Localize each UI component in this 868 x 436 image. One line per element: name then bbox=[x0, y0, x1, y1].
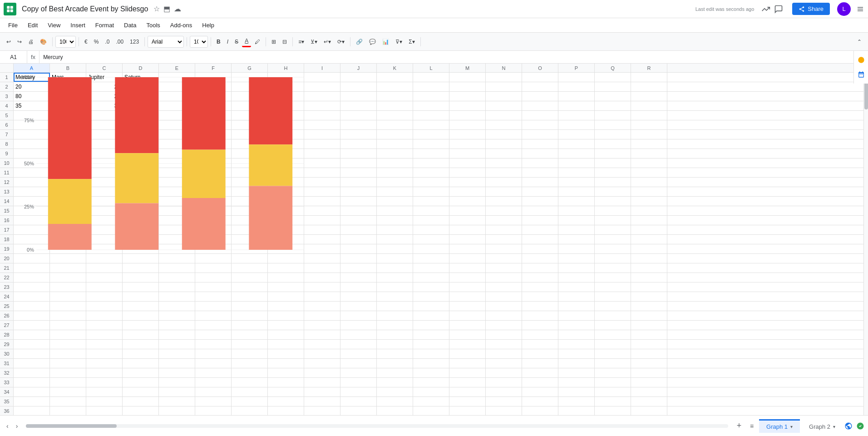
cell[interactable]: 35 bbox=[86, 101, 123, 110]
cell[interactable] bbox=[377, 273, 413, 282]
cell[interactable] bbox=[340, 225, 377, 234]
cell[interactable] bbox=[595, 273, 631, 282]
borders-button[interactable]: ⊞ bbox=[269, 37, 279, 47]
cell[interactable]: Mercury bbox=[14, 73, 50, 82]
cell[interactable] bbox=[304, 159, 340, 168]
cell[interactable] bbox=[340, 159, 377, 168]
cell[interactable] bbox=[14, 359, 50, 368]
cell[interactable] bbox=[14, 206, 50, 215]
cell[interactable] bbox=[50, 225, 86, 234]
menu-format[interactable]: Format bbox=[91, 20, 118, 30]
cell[interactable] bbox=[595, 101, 631, 110]
cell[interactable]: 20 bbox=[86, 92, 123, 101]
cell[interactable]: Mars bbox=[50, 73, 86, 82]
cell[interactable] bbox=[304, 397, 340, 406]
cell[interactable] bbox=[631, 130, 667, 139]
format-paint-button[interactable]: 🎨 bbox=[37, 37, 49, 47]
cell[interactable] bbox=[268, 178, 304, 187]
cell[interactable] bbox=[159, 292, 195, 301]
cell[interactable] bbox=[232, 359, 268, 368]
cell[interactable] bbox=[413, 368, 449, 377]
cell[interactable] bbox=[232, 311, 268, 320]
cell[interactable] bbox=[304, 273, 340, 282]
cell[interactable] bbox=[377, 73, 413, 82]
cell[interactable]: 35 bbox=[50, 101, 86, 110]
menu-insert[interactable]: Insert bbox=[66, 20, 90, 30]
cell[interactable] bbox=[232, 92, 268, 101]
cell[interactable] bbox=[449, 82, 486, 91]
cell[interactable] bbox=[631, 368, 667, 377]
cell[interactable] bbox=[486, 168, 522, 177]
cell[interactable] bbox=[631, 149, 667, 158]
cell[interactable] bbox=[631, 178, 667, 187]
cell[interactable] bbox=[14, 378, 50, 387]
function-button[interactable]: Σ▾ bbox=[406, 37, 417, 47]
cell[interactable] bbox=[558, 406, 595, 415]
cell[interactable] bbox=[232, 302, 268, 311]
cell[interactable] bbox=[268, 197, 304, 206]
cell[interactable] bbox=[86, 254, 123, 263]
cell[interactable] bbox=[595, 235, 631, 244]
cell[interactable] bbox=[340, 235, 377, 244]
cell[interactable] bbox=[86, 206, 123, 215]
cell[interactable] bbox=[50, 292, 86, 301]
cell[interactable] bbox=[413, 311, 449, 320]
cell[interactable] bbox=[50, 397, 86, 406]
col-header-n[interactable]: N bbox=[486, 64, 522, 72]
cell[interactable] bbox=[195, 120, 232, 129]
cell[interactable] bbox=[123, 397, 159, 406]
cell[interactable] bbox=[268, 292, 304, 301]
cell[interactable] bbox=[449, 406, 486, 415]
cell[interactable] bbox=[123, 273, 159, 282]
cell[interactable] bbox=[340, 263, 377, 272]
cell[interactable] bbox=[522, 273, 558, 282]
cell[interactable] bbox=[340, 206, 377, 215]
cell[interactable] bbox=[232, 73, 268, 82]
col-header-d[interactable]: D bbox=[123, 64, 159, 72]
cell[interactable] bbox=[377, 101, 413, 110]
cell[interactable] bbox=[340, 244, 377, 253]
cell[interactable] bbox=[340, 149, 377, 158]
cell[interactable] bbox=[340, 292, 377, 301]
cell[interactable] bbox=[558, 330, 595, 339]
cell[interactable] bbox=[340, 216, 377, 225]
cell[interactable]: 20 bbox=[86, 82, 123, 91]
cell[interactable] bbox=[232, 263, 268, 272]
cell[interactable] bbox=[486, 149, 522, 158]
cell-reference[interactable]: A1 bbox=[0, 51, 27, 63]
cell[interactable] bbox=[377, 206, 413, 215]
cell[interactable] bbox=[340, 187, 377, 196]
cell[interactable] bbox=[377, 292, 413, 301]
cell[interactable] bbox=[268, 359, 304, 368]
horizontal-scrollbar[interactable] bbox=[26, 424, 728, 428]
print-button[interactable]: 🖨 bbox=[25, 37, 36, 47]
cell[interactable] bbox=[86, 378, 123, 387]
cell[interactable] bbox=[413, 321, 449, 330]
cell[interactable] bbox=[86, 311, 123, 320]
cell[interactable] bbox=[340, 302, 377, 311]
cell[interactable] bbox=[522, 120, 558, 129]
col-header-i[interactable]: I bbox=[304, 64, 340, 72]
cell[interactable] bbox=[268, 92, 304, 101]
cell[interactable] bbox=[159, 225, 195, 234]
cell[interactable] bbox=[413, 254, 449, 263]
cell[interactable] bbox=[304, 168, 340, 177]
document-title[interactable]: Copy of Best Arcade Event by Slidesgo bbox=[22, 5, 148, 13]
cell[interactable] bbox=[159, 120, 195, 129]
cell[interactable] bbox=[449, 273, 486, 282]
cell[interactable] bbox=[50, 130, 86, 139]
cell[interactable] bbox=[14, 254, 50, 263]
cell[interactable] bbox=[50, 311, 86, 320]
cell[interactable] bbox=[14, 368, 50, 377]
cell[interactable] bbox=[486, 178, 522, 187]
cell[interactable] bbox=[449, 368, 486, 377]
cell[interactable] bbox=[558, 111, 595, 120]
cell[interactable] bbox=[449, 92, 486, 101]
cell[interactable] bbox=[522, 159, 558, 168]
cell[interactable] bbox=[232, 130, 268, 139]
cell[interactable] bbox=[232, 139, 268, 149]
cell[interactable] bbox=[304, 139, 340, 149]
font-size-select[interactable]: 10 bbox=[190, 36, 208, 48]
cell[interactable] bbox=[50, 206, 86, 215]
cell[interactable] bbox=[195, 159, 232, 168]
